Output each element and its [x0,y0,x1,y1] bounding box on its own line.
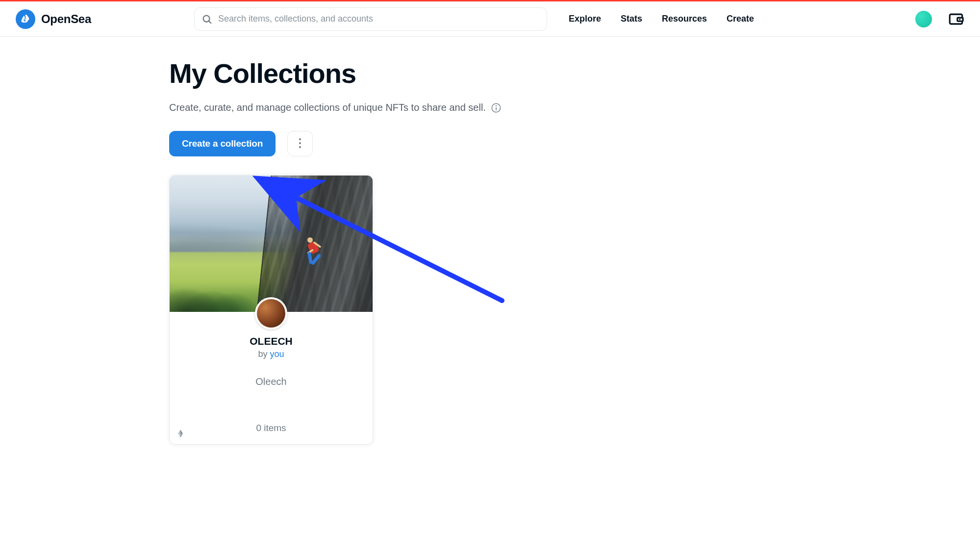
climber-figure [306,238,324,273]
page-container: My Collections Create, curate, and manag… [169,57,797,445]
primary-nav: Explore Stats Resources Create [569,14,754,24]
page-actions: Create a collection [169,131,797,156]
svg-point-10 [299,146,301,148]
collection-item-count: 0 items [179,423,363,433]
nav-explore[interactable]: Explore [569,14,601,24]
account-avatar[interactable] [915,11,932,27]
collection-name: OLEECH [179,335,363,347]
brand-name: OpenSea [41,12,91,26]
info-icon[interactable] [491,102,502,113]
opensea-logo-icon [16,9,35,29]
nav-resources[interactable]: Resources [662,14,707,24]
search-icon [201,14,212,25]
byline-author-link[interactable]: you [270,349,284,359]
search-input[interactable] [218,14,540,24]
svg-point-9 [299,142,301,144]
nav-stats[interactable]: Stats [621,14,642,24]
nav-create[interactable]: Create [727,14,754,24]
collection-card-body: OLEECH by you Oleech 0 items [170,312,373,444]
nav-right [915,11,964,27]
svg-point-7 [496,105,497,106]
collection-card[interactable]: OLEECH by you Oleech 0 items [169,175,373,445]
svg-point-4 [959,19,960,20]
svg-line-1 [209,21,211,23]
wallet-icon[interactable] [948,11,964,27]
svg-rect-6 [496,107,497,110]
more-actions-button[interactable] [287,131,313,156]
page-subtitle-text: Create, curate, and manage collections o… [169,102,486,113]
collection-byline: by you [179,349,363,359]
top-nav: OpenSea Explore Stats Resources Create [0,1,980,37]
create-collection-button[interactable]: Create a collection [169,131,276,156]
brand[interactable]: OpenSea [16,9,91,29]
page-subtitle: Create, curate, and manage collections o… [169,102,797,113]
search-bar[interactable] [194,7,547,31]
page: My Collections Create, curate, and manag… [0,37,980,445]
svg-point-8 [299,138,301,140]
page-title: My Collections [169,57,797,89]
kebab-icon [299,138,302,150]
collection-cover-image [170,176,373,312]
ethereum-icon [176,430,184,437]
collection-description: Oleech [179,376,363,387]
byline-prefix: by [258,349,270,359]
